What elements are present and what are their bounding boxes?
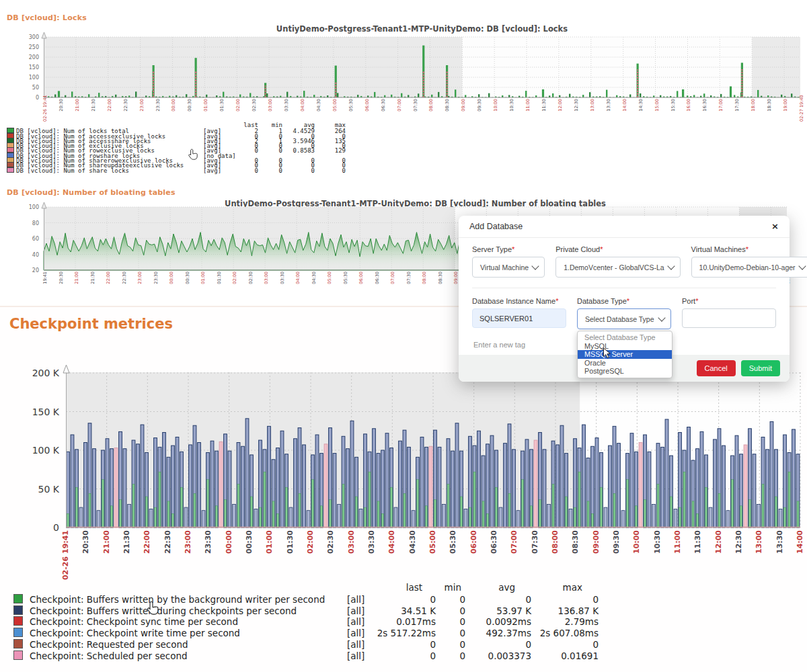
- locks-chart[interactable]: [44, 37, 800, 97]
- x-tick-label: 00:30: [185, 271, 190, 294]
- series-max: 0.01691: [531, 650, 599, 662]
- x-tick-label: 02:30: [252, 99, 257, 122]
- series-min: 0: [258, 149, 282, 153]
- x-tick-label: 10:00: [493, 99, 498, 122]
- x-tick-label: 04:00: [387, 530, 396, 581]
- x-tick-label: 04:30: [311, 271, 317, 294]
- dropdown-option[interactable]: MySQL: [578, 342, 672, 351]
- dropdown-option[interactable]: Oracle: [578, 359, 672, 368]
- legend-header-max: max: [315, 123, 346, 128]
- db-type-dropdown: Select Database TypeMySQLMSSQL ServerOra…: [577, 331, 672, 378]
- x-tick-label: 09:30: [612, 530, 621, 581]
- db-type-group: Database Type* Select Database Type Sele…: [577, 297, 671, 329]
- chevron-down-icon: [658, 314, 665, 321]
- y-tick-label: 50: [16, 85, 39, 91]
- x-tick-label: 13:30: [775, 530, 784, 581]
- x-tick-label: 00:30: [245, 530, 254, 581]
- port-group: Port*: [682, 297, 776, 329]
- x-tick-label: 08:30: [445, 99, 450, 122]
- x-tick-label: 23:30: [204, 530, 213, 581]
- add-database-modal: Add Database × Server Type* Virtual Mach…: [459, 216, 790, 382]
- series-avg: 0.0092ms: [465, 616, 531, 628]
- dropdown-option[interactable]: PostgreSQL: [578, 367, 672, 376]
- close-icon[interactable]: ×: [771, 222, 779, 230]
- legend-header-avg: avg: [282, 123, 315, 128]
- server-type-select[interactable]: Virtual Machine: [472, 257, 545, 278]
- dropdown-option[interactable]: MSSQL Server: [578, 350, 672, 359]
- x-tick-label: 08:00: [551, 530, 560, 581]
- dropdown-option[interactable]: Select Database Type: [578, 333, 672, 342]
- y-tick-label: 100 K: [22, 445, 59, 456]
- x-tick-label: 08:00: [422, 271, 427, 294]
- series-min: 0: [436, 594, 465, 605]
- x-tick-label: 14:30: [638, 99, 644, 122]
- x-tick-label: 08:00: [428, 99, 434, 122]
- x-tick-label: 13:00: [590, 99, 595, 122]
- db-instance-input[interactable]: [472, 308, 566, 328]
- series-label: Checkpoint: Buffers written during check…: [30, 605, 334, 617]
- series-avg: 3.5946: [282, 139, 315, 144]
- legend-header-min: min: [258, 123, 282, 128]
- db-instance-group: Database Instance Name*: [472, 297, 566, 329]
- x-tick-label: 03:00: [347, 530, 356, 581]
- x-tick-label: 02:00: [235, 99, 241, 122]
- x-tick-label: 01:00: [200, 271, 206, 294]
- cancel-button[interactable]: Cancel: [697, 360, 736, 376]
- series-label: Checkpoint: Scheduled per second: [30, 650, 334, 662]
- virtual-machines-label: Virtual Machines*: [691, 245, 807, 253]
- chevron-down-icon: [532, 262, 539, 269]
- series-max: 136.87 K: [531, 605, 599, 617]
- x-tick-label: 23:00: [139, 99, 145, 122]
- x-tick-label: 02-27 19:40: [799, 99, 804, 122]
- series-mode: [avg]: [192, 169, 231, 173]
- checkpoint-chart[interactable]: [66, 371, 800, 528]
- series-last: 0: [231, 159, 258, 163]
- private-cloud-select[interactable]: 1.DemoVcenter - GlobalVCS-La: [555, 257, 680, 278]
- series-min: 0: [436, 616, 465, 628]
- series-swatch-icon: [7, 167, 14, 173]
- x-tick-label: 11:30: [693, 530, 702, 581]
- series-swatch-icon: [13, 605, 23, 615]
- x-tick-label: 22:30: [122, 271, 127, 294]
- y-tick-label: 200: [16, 54, 39, 60]
- series-last: 34.51 K: [371, 605, 436, 617]
- x-tick-label: 07:30: [406, 271, 412, 294]
- x-tick-label: 22:00: [106, 271, 111, 294]
- series-min: 0: [436, 628, 465, 639]
- legend-row: Checkpoint: Buffers written during check…: [13, 605, 619, 616]
- x-tick-label: 06:30: [381, 99, 386, 122]
- x-tick-label: 22:00: [107, 99, 112, 122]
- x-tick-label: 16:30: [702, 99, 707, 122]
- x-tick-label: 00:30: [187, 99, 192, 122]
- port-input[interactable]: [682, 308, 776, 328]
- x-tick-label: 03:30: [280, 271, 285, 294]
- series-last: 0: [231, 169, 258, 173]
- series-swatch-cell: [13, 593, 30, 605]
- series-mode: [all]: [334, 650, 371, 662]
- y-tick-label: 200 K: [22, 368, 59, 378]
- x-tick-label: 20:30: [59, 271, 64, 294]
- series-swatch-cell: [13, 605, 30, 617]
- x-tick-label: 02:00: [232, 271, 237, 294]
- series-swatch-cell: [13, 616, 30, 628]
- series-last: 0: [231, 144, 258, 149]
- series-max: 2.79ms: [531, 616, 599, 628]
- legend-row: DB [vcloud]: Num of rowexclusive locks[a…: [7, 147, 370, 152]
- x-tick-label: 18:00: [751, 99, 756, 122]
- x-tick-label: 07:00: [510, 530, 518, 581]
- series-label: Checkpoint: Checkpoint write time per se…: [30, 628, 334, 639]
- virtual-machines-select[interactable]: 10.UnityDemo-Debian-10-ager: [691, 257, 807, 278]
- x-tick-label: 07:00: [390, 271, 395, 294]
- x-tick-label: 02:30: [326, 530, 335, 581]
- x-tick-label: 11:00: [673, 530, 682, 581]
- legend-row: DB [vcloud]: Num of shareupdateexclusive…: [7, 162, 370, 167]
- y-tick-label: 100: [16, 75, 39, 81]
- legend-row: Checkpoint: Checkpoint sync time per sec…: [13, 616, 619, 627]
- series-swatch-icon: [13, 628, 23, 637]
- legend-header-last: last: [231, 123, 258, 128]
- x-tick-label: 15:00: [654, 99, 660, 122]
- virtual-machines-value: 10.UnityDemo-Debian-10-ager: [699, 263, 796, 271]
- submit-button[interactable]: Submit: [741, 360, 780, 376]
- locks-legend: lastminavgmaxDB [vcloud]: Num of locks t…: [7, 123, 370, 172]
- db-type-select[interactable]: Select Database Type: [577, 308, 671, 329]
